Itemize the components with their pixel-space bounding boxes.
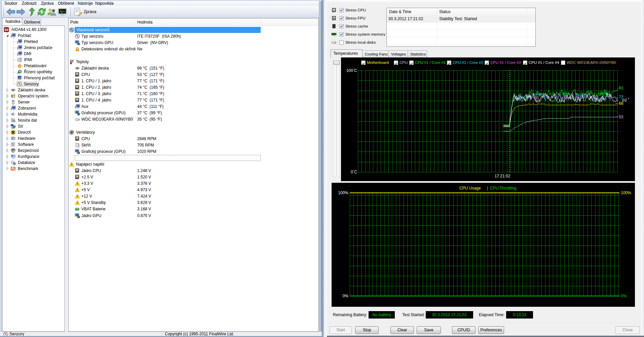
svg-text:%: % — [333, 17, 335, 20]
svg-text:53: 53 — [619, 115, 623, 119]
svg-text:CPU Throttling: CPU Throttling — [490, 186, 516, 191]
svg-text:66: 66 — [619, 101, 623, 106]
svg-text:100°C: 100°C — [346, 68, 357, 73]
svg-text:0°C: 0°C — [351, 170, 357, 174]
svg-text:100%: 100% — [621, 191, 631, 195]
svg-text:64: 64 — [5, 28, 8, 32]
svg-text:100%: 100% — [338, 191, 348, 195]
svg-text:17:21:02: 17:21:02 — [495, 174, 510, 178]
svg-text:|: | — [487, 186, 488, 191]
svg-text:CPU Usage: CPU Usage — [459, 186, 481, 191]
svg-text:0%: 0% — [343, 294, 349, 298]
svg-text:81: 81 — [619, 86, 623, 90]
svg-text:0%: 0% — [621, 294, 627, 298]
